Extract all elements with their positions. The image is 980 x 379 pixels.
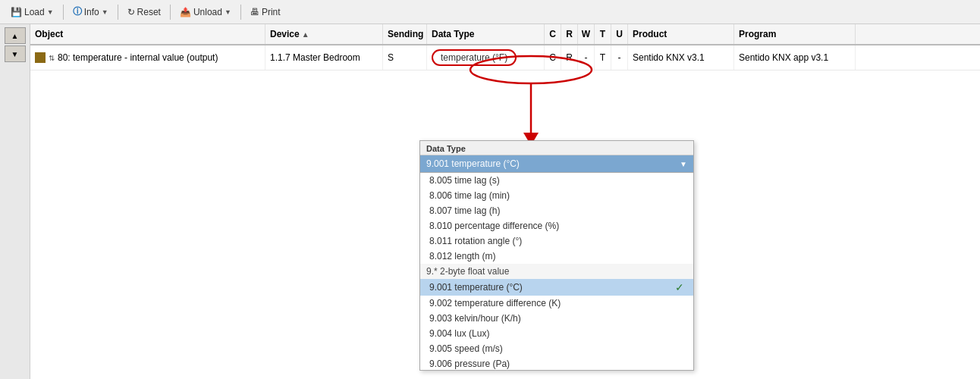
scroll-down-button[interactable]: ▼ [5, 45, 26, 62]
load-button[interactable]: 💾 Load ▼ [6, 5, 58, 19]
dropdown-category: 9.* 2-byte float value [420, 264, 693, 279]
dropdown-item[interactable]: 9.004 lux (Lux) [420, 326, 693, 341]
reset-button[interactable]: ↻ Reset [123, 5, 165, 19]
toolbar: 💾 Load ▼ ⓘ Info ▼ ↻ Reset 📤 Unload ▼ 🖶 P… [0, 0, 980, 24]
dropdown-item[interactable]: 9.003 kelvin/hour (K/h) [420, 311, 693, 326]
load-icon: 💾 [11, 7, 22, 17]
cell-u: - [611, 45, 628, 70]
col-header-t: T [595, 24, 611, 44]
col-header-r: R [561, 24, 578, 44]
col-header-u: U [611, 24, 628, 44]
info-dropdown-arrow: ▼ [102, 8, 108, 16]
unload-icon: 📤 [180, 7, 191, 17]
dropdown-selected-item[interactable]: 9.001 temperature (°C) ▼ [420, 155, 693, 173]
dropdown-item[interactable]: 8.012 length (m) [420, 249, 693, 264]
cell-r: R [561, 45, 578, 70]
dropdown-item[interactable]: 8.007 time lag (h) [420, 203, 693, 218]
reset-icon: ↻ [127, 7, 135, 17]
cell-c: C [545, 45, 561, 70]
page-wrapper: 💾 Load ▼ ⓘ Info ▼ ↻ Reset 📤 Unload ▼ 🖶 P… [0, 0, 980, 379]
col-header-program: Program [734, 24, 856, 44]
check-icon: ✓ [675, 281, 684, 293]
cell-w: - [578, 45, 595, 70]
device-sort-arrow: ▲ [302, 30, 309, 39]
cell-device: 1.1.7 Master Bedroom [265, 45, 383, 70]
col-header-device[interactable]: Device ▲ [265, 24, 383, 44]
dropdown-item[interactable]: 8.006 time lag (min) [420, 188, 693, 203]
toolbar-separator-3 [170, 5, 171, 20]
col-header-c: C [545, 24, 561, 44]
info-button[interactable]: ⓘ Info ▼ [68, 4, 113, 20]
load-dropdown-arrow: ▼ [47, 8, 54, 16]
dropdown-item[interactable]: 8.005 time lag (s) [420, 173, 693, 188]
col-header-datatype: Data Type [427, 24, 545, 44]
cell-sending: S [383, 45, 427, 70]
dropdown-label: Data Type [420, 141, 693, 155]
dropdown-item[interactable]: 8.010 percentage difference (%) [420, 218, 693, 233]
col-header-object: Object [30, 24, 265, 44]
table-header: Object Device ▲ Sending Data Type C R [30, 24, 980, 45]
unload-button[interactable]: 📤 Unload ▼ [175, 5, 236, 19]
scroll-up-button[interactable]: ▲ [5, 27, 26, 44]
datatype-value: temperature (°F) [432, 49, 517, 66]
cell-program: Sentido KNX app v3.1 [734, 45, 856, 70]
left-panel: ▲ ▼ [0, 24, 30, 379]
data-type-dropdown[interactable]: Data Type 9.001 temperature (°C) ▼ 8.005… [419, 140, 694, 371]
cell-datatype[interactable]: temperature (°F) [427, 45, 545, 70]
dropdown-item[interactable]: 8.011 rotation angle (°) [420, 233, 693, 249]
toolbar-separator-2 [118, 5, 118, 20]
object-icon [35, 52, 46, 63]
col-header-sending: Sending [383, 24, 427, 44]
dropdown-toggle-arrow[interactable]: ▼ [680, 160, 687, 168]
info-icon: ⓘ [73, 5, 82, 18]
toolbar-separator-4 [240, 5, 241, 20]
dropdown-list: 8.005 time lag (s) 8.006 time lag (min) … [420, 173, 693, 370]
col-header-w: W [578, 24, 595, 44]
dropdown-item[interactable]: 9.006 pressure (Pa) [420, 356, 693, 370]
dropdown-item[interactable]: 9.002 temperature difference (K) [420, 296, 693, 311]
print-button[interactable]: 🖶 Print [246, 5, 285, 19]
object-arrow-icon: ⇅ [49, 54, 55, 62]
dropdown-item[interactable]: 9.005 speed (m/s) [420, 341, 693, 356]
print-icon: 🖶 [250, 7, 259, 17]
unload-dropdown-arrow: ▼ [225, 8, 231, 16]
col-header-product: Product [628, 24, 734, 44]
cell-t: T [595, 45, 611, 70]
cell-product: Sentido KNX v3.1 [628, 45, 734, 70]
table-row[interactable]: ⇅ 80: temperature - internal value (outp… [30, 45, 980, 70]
dropdown-item-selected[interactable]: 9.001 temperature (°C) ✓ [420, 279, 693, 296]
toolbar-separator-1 [63, 5, 64, 20]
cell-object: ⇅ 80: temperature - internal value (outp… [30, 45, 265, 70]
